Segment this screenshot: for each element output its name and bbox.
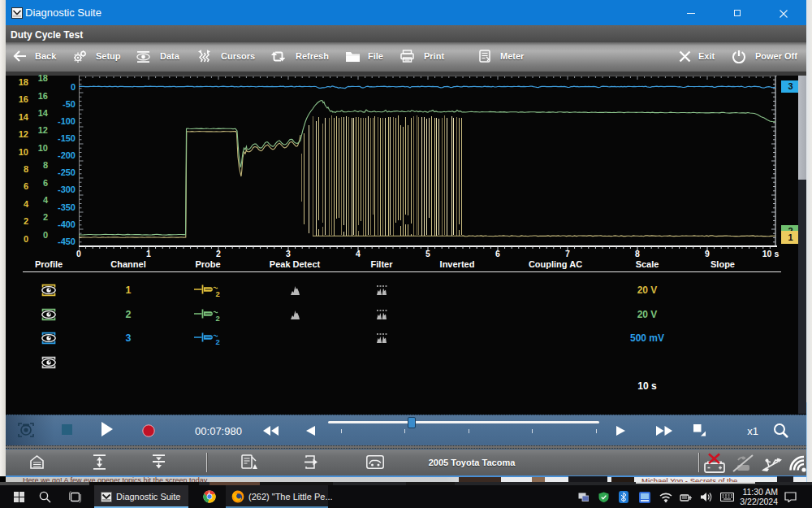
svg-text:2: 2 <box>216 289 220 298</box>
svg-text:2: 2 <box>216 337 220 346</box>
svg-text:2: 2 <box>216 314 220 323</box>
